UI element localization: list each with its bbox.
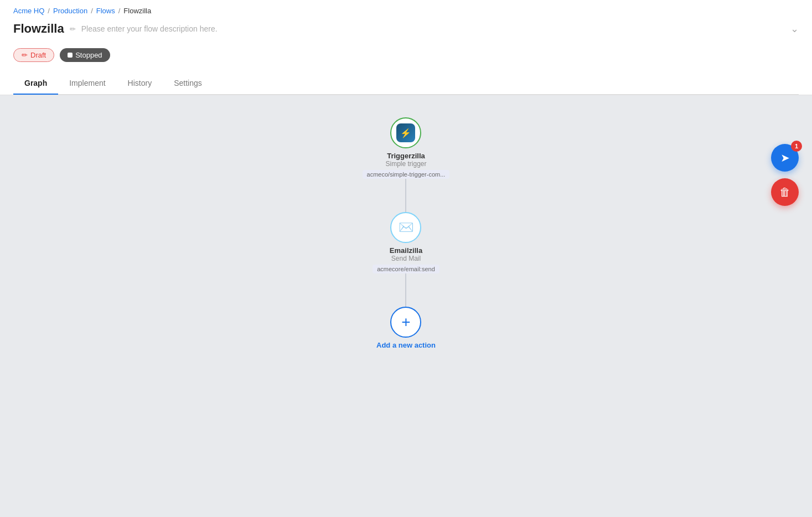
email-name: Emailzilla [373,246,439,255]
title-row: Flowzilla ✏ Please enter your flow descr… [13,19,799,43]
email-circle: ✉️ [390,212,421,243]
plus-icon: + [401,314,410,330]
breadcrumb-acme[interactable]: Acme HQ [13,7,44,15]
status-row: ✏ Draft Stopped [13,43,799,70]
tab-implement[interactable]: Implement [58,72,116,94]
title-left: Flowzilla ✏ Please enter your flow descr… [13,22,218,36]
fab-badge: 1 [791,141,802,152]
trigger-icon: ⚡ [396,123,415,142]
breadcrumb-current: Flowzilla [123,7,151,15]
trash-icon: 🗑 [779,186,790,199]
breadcrumb-sep2: / [91,7,93,15]
breadcrumb-production[interactable]: Production [53,7,87,15]
draft-label: Draft [30,51,46,59]
trigger-tag: acmeco/simple-trigger-com... [363,170,450,179]
email-tag: acmecore/email:send [373,265,439,273]
edit-icon[interactable]: ✏ [70,25,76,33]
trigger-name: Triggerzilla [363,152,450,160]
send-fab-button[interactable]: 1 ➤ [771,144,799,172]
stopped-label: Stopped [75,51,102,59]
add-label[interactable]: Add a new action [376,341,436,349]
top-bar: Acme HQ / Production / Flows / Flowzilla… [0,0,812,95]
draft-pencil-icon: ✏ [22,51,28,59]
flow-graph: ⚡ Triggerzilla Simple trigger acmeco/sim… [363,117,450,349]
tab-graph[interactable]: Graph [13,72,58,94]
trigger-type: Simple trigger [363,160,450,168]
email-type: Send Mail [373,255,439,262]
tab-history[interactable]: History [117,72,163,94]
fab-container: 1 ➤ 🗑 [771,144,799,206]
chevron-down-icon[interactable]: ⌄ [790,23,799,35]
breadcrumb-sep3: / [118,7,121,15]
tab-settings[interactable]: Settings [163,72,213,94]
trigger-label: Triggerzilla Simple trigger acmeco/simpl… [363,152,450,179]
email-icon: ✉️ [399,220,413,235]
draft-badge[interactable]: ✏ Draft [13,48,54,62]
send-icon: ➤ [780,151,790,164]
email-label: Emailzilla Send Mail acmecore/email:send [373,246,439,273]
main-content: ⚡ Triggerzilla Simple trigger acmeco/sim… [0,95,812,483]
stopped-badge[interactable]: Stopped [60,48,110,62]
connector-2 [405,273,406,307]
trigger-circle: ⚡ [390,117,421,148]
tabs: Graph Implement History Settings [13,72,799,95]
add-circle[interactable]: + [390,307,421,338]
breadcrumb: Acme HQ / Production / Flows / Flowzilla [13,0,799,19]
breadcrumb-flows[interactable]: Flows [96,7,115,15]
email-node[interactable]: ✉️ Emailzilla Send Mail acmecore/email:s… [373,212,439,273]
add-action-node[interactable]: + Add a new action [376,307,436,349]
trigger-node[interactable]: ⚡ Triggerzilla Simple trigger acmeco/sim… [363,117,450,179]
delete-fab-button[interactable]: 🗑 [771,178,799,206]
connector-1 [405,179,406,212]
stop-icon [68,53,73,58]
flow-description[interactable]: Please enter your flow description here. [81,24,218,33]
flow-title: Flowzilla [13,22,64,36]
breadcrumb-sep1: / [48,7,50,15]
